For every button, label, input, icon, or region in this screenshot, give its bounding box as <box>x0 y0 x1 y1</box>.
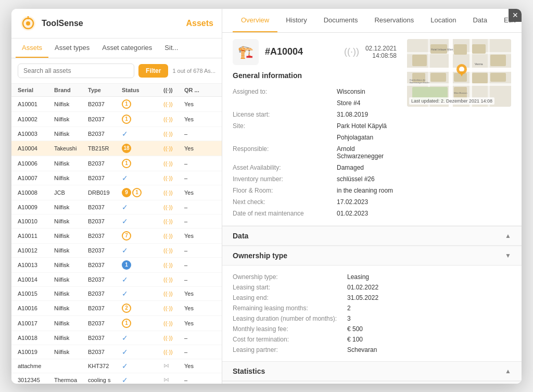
gi-label: License start: <box>233 111 337 118</box>
ownership-value: € 500 <box>347 325 363 333</box>
asset-row[interactable]: A10011NilfiskB20377((·))Yes <box>11 229 222 244</box>
gi-value: Store #4 <box>337 99 360 107</box>
asset-qr: – <box>184 131 210 137</box>
asset-type: KHT372 <box>88 363 122 369</box>
gi-value: 31.08.2019 <box>337 111 368 118</box>
asset-qr: – <box>184 335 210 341</box>
svg-rect-17 <box>430 73 446 82</box>
asset-row[interactable]: A10012NilfiskB2037✓((·))– <box>11 244 222 258</box>
nav-tab-reservations[interactable]: Reservations <box>366 9 422 32</box>
toolsense-logo-icon <box>20 15 36 32</box>
asset-brand: Nilfisk <box>54 175 88 181</box>
gi-label <box>233 134 337 141</box>
nav-tab-overview[interactable]: Overview <box>233 9 277 32</box>
asset-row[interactable]: A10018NilfiskB2037✓((·))– <box>11 331 222 345</box>
asset-row[interactable]: A10019NilfiskB2037✓((·))– <box>11 345 222 359</box>
gi-row: Inventory number:schlüssel #26 <box>233 173 397 185</box>
asset-status: ✓ <box>122 217 163 225</box>
asset-serial: A10011 <box>18 233 54 239</box>
statistics-section-header[interactable]: Statistics ▲ <box>222 361 522 381</box>
asset-row[interactable]: 3012345Thermoacooling s✓⋈– <box>11 373 222 384</box>
asset-list: A10001NilfiskB20371((·))YesA10002Nilfisk… <box>11 97 222 384</box>
filter-button[interactable]: Filter <box>138 64 168 78</box>
asset-row[interactable]: A10016NilfiskB20372((·))Yes <box>11 301 222 316</box>
asset-status: 1 <box>122 319 163 328</box>
asset-type: B2037 <box>88 101 122 107</box>
nav-tab-documents[interactable]: Documents <box>315 9 366 32</box>
close-button[interactable]: ✕ <box>509 9 522 22</box>
asset-brand: JCB <box>54 189 88 196</box>
ownership-chevron-icon: ▼ <box>505 252 511 259</box>
asset-status: 1 <box>122 159 163 168</box>
gi-label: Assigned to: <box>233 88 337 95</box>
asset-serial: A10017 <box>18 320 54 326</box>
asset-serial: 3012345 <box>18 377 54 383</box>
asset-qr: Yes <box>184 305 210 311</box>
asset-thumbnail: 🏗️ <box>233 39 259 65</box>
asset-row[interactable]: A10010NilfiskB2037✓((·))– <box>11 214 222 229</box>
asset-row[interactable]: attachmeKHT372✓⋈Yes <box>11 359 222 373</box>
left-tabs: Assets Asset types Asset categories Sit.… <box>11 39 222 58</box>
asset-row[interactable]: A10001NilfiskB20371((·))Yes <box>11 97 222 112</box>
qr-section-header[interactable]: QR Code ▼ <box>222 381 522 384</box>
asset-row[interactable]: A10003NilfiskB2037✓((·))– <box>11 127 222 141</box>
asset-serial: A10003 <box>18 131 54 137</box>
ownership-title: Ownership type <box>233 251 287 260</box>
tab-asset-categories[interactable]: Asset categories <box>96 39 158 58</box>
ownership-section-header[interactable]: Ownership type ▼ <box>222 246 522 265</box>
ownership-row: Cost for termination:€ 100 <box>233 334 511 345</box>
asset-status: 91 <box>122 188 163 197</box>
asset-wifi: ((·)) <box>163 233 184 239</box>
asset-qr: – <box>184 218 210 224</box>
asset-row[interactable]: A10002NilfiskB20371((·))Yes <box>11 112 222 127</box>
asset-row[interactable]: A10008JCBDRB01991((·))Yes <box>11 185 222 200</box>
gi-value: Damaged <box>337 164 364 171</box>
gi-label: Next check: <box>233 198 337 206</box>
asset-wifi: ((·)) <box>163 189 184 196</box>
gi-label <box>233 99 337 107</box>
asset-brand: Nilfisk <box>54 262 88 268</box>
gi-row: Floor & Room:in the cleaning room <box>233 185 397 196</box>
nav-tab-data[interactable]: Data <box>464 9 495 32</box>
nav-tab-location[interactable]: Location <box>422 9 464 32</box>
ownership-value: 3 <box>347 315 351 322</box>
svg-rect-12 <box>412 55 427 66</box>
ownership-label: Leasing start: <box>233 284 347 291</box>
gi-label: Floor & Room: <box>233 187 337 194</box>
asset-row[interactable]: A10013NilfiskB20371((·))– <box>11 258 222 273</box>
asset-type: B2037 <box>88 233 122 239</box>
asset-row[interactable]: A10017NilfiskB20371((·))Yes <box>11 316 222 331</box>
data-section-header[interactable]: Data ▲ <box>222 226 522 246</box>
asset-brand: Thermoa <box>54 377 88 383</box>
asset-brand: Nilfisk <box>54 160 88 167</box>
col-wifi: ((·)) <box>163 87 184 93</box>
asset-status: 1 <box>122 115 163 124</box>
tab-assets[interactable]: Assets <box>16 39 48 58</box>
asset-row[interactable]: A10004TakeushiTB215R18((·))Yes <box>11 141 222 156</box>
asset-row[interactable]: A10009NilfiskB2037✓((·))– <box>11 200 222 214</box>
asset-brand: Nilfisk <box>54 349 88 355</box>
nav-tab-history[interactable]: History <box>277 9 315 32</box>
ownership-value: 2 <box>347 305 351 312</box>
asset-row[interactable]: A10015NilfiskB2037✓((·))Yes <box>11 287 222 301</box>
asset-row[interactable]: A10006NilfiskB20371((·))– <box>11 156 222 171</box>
ownership-row: Remaining leasing months:2 <box>233 303 511 313</box>
search-input[interactable] <box>18 64 134 78</box>
gi-value: Pohjolagatan <box>337 134 373 141</box>
asset-row[interactable]: A10014NilfiskB2037✓((·))– <box>11 273 222 287</box>
tab-sites[interactable]: Sit... <box>158 39 184 58</box>
asset-type: B2037 <box>88 320 122 326</box>
asset-wifi: ((·)) <box>163 175 184 181</box>
asset-type: B2037 <box>88 175 122 181</box>
asset-serial: A10001 <box>18 101 54 107</box>
gi-row: License start:31.08.2019 <box>233 109 397 120</box>
asset-brand: Nilfisk <box>54 218 88 224</box>
asset-row[interactable]: A10007NilfiskB2037✓((·))– <box>11 171 222 185</box>
asset-status: ✓ <box>122 289 163 298</box>
asset-wifi: ((·)) <box>163 320 184 326</box>
map-preview[interactable]: Hotel Imlauer Wien Krankenhaus der Barmh… <box>407 39 511 107</box>
asset-id: #A10004 <box>265 46 338 57</box>
ownership-label: Leasing end: <box>233 294 347 301</box>
tab-asset-types[interactable]: Asset types <box>48 39 96 58</box>
asset-qr: Yes <box>184 363 210 369</box>
